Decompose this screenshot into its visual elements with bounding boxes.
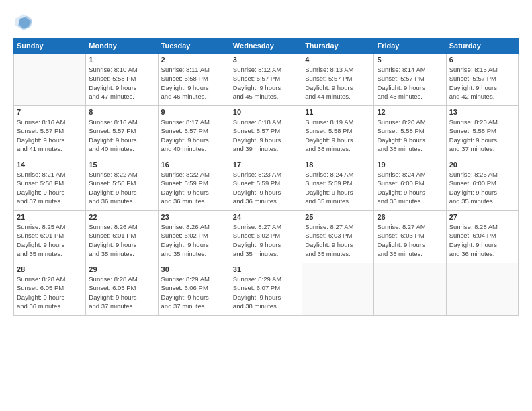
calendar-cell: 11Sunrise: 8:19 AMSunset: 5:58 PMDayligh… [302,106,374,158]
calendar-week-2: 7Sunrise: 8:16 AMSunset: 5:57 PMDaylight… [14,106,519,158]
cell-info: Sunrise: 8:29 AMSunset: 6:07 PMDaylight:… [233,275,299,310]
cell-info: Sunrise: 8:28 AMSunset: 6:05 PMDaylight:… [17,275,83,310]
cell-info: Sunrise: 8:13 AMSunset: 5:57 PMDaylight:… [305,65,371,101]
cell-date: 17 [233,161,299,169]
cell-info: Sunrise: 8:25 AMSunset: 6:01 PMDaylight:… [17,222,83,258]
cell-info: Sunrise: 8:19 AMSunset: 5:58 PMDaylight:… [305,118,371,153]
cell-info: Sunrise: 8:27 AMSunset: 6:03 PMDaylight:… [377,222,443,258]
calendar-cell: 9Sunrise: 8:17 AMSunset: 5:57 PMDaylight… [158,106,230,158]
cell-date: 15 [89,161,154,169]
cell-info: Sunrise: 8:21 AMSunset: 5:58 PMDaylight:… [17,170,83,205]
calendar-cell: 28Sunrise: 8:28 AMSunset: 6:05 PMDayligh… [14,263,86,316]
calendar-cell: 17Sunrise: 8:23 AMSunset: 5:59 PMDayligh… [230,158,302,211]
cell-date: 18 [305,161,371,169]
cell-date: 12 [377,108,443,116]
calendar-cell: 6Sunrise: 8:15 AMSunset: 5:57 PMDaylight… [446,54,518,106]
cell-date: 27 [449,213,515,221]
cell-info: Sunrise: 8:24 AMSunset: 5:59 PMDaylight:… [305,170,371,205]
cell-info: Sunrise: 8:28 AMSunset: 6:04 PMDaylight:… [449,222,515,258]
cell-date: 29 [89,265,154,273]
cell-info: Sunrise: 8:26 AMSunset: 6:02 PMDaylight:… [161,222,227,258]
calendar-cell: 19Sunrise: 8:24 AMSunset: 6:00 PMDayligh… [374,158,446,211]
calendar-cell: 1Sunrise: 8:10 AMSunset: 5:58 PMDaylight… [86,54,158,106]
cell-date: 20 [449,161,515,169]
cell-info: Sunrise: 8:16 AMSunset: 5:57 PMDaylight:… [17,118,83,153]
cell-info: Sunrise: 8:16 AMSunset: 5:57 PMDaylight:… [89,118,154,153]
calendar-cell: 30Sunrise: 8:29 AMSunset: 6:06 PMDayligh… [158,263,230,316]
day-header-wednesday: Wednesday [230,38,302,54]
day-header-thursday: Thursday [302,38,374,54]
cell-info: Sunrise: 8:11 AMSunset: 5:58 PMDaylight:… [161,65,227,101]
cell-date: 19 [377,161,443,169]
calendar-cell: 24Sunrise: 8:27 AMSunset: 6:02 PMDayligh… [230,211,302,263]
cell-date: 26 [377,213,443,221]
cell-info: Sunrise: 8:26 AMSunset: 6:01 PMDaylight:… [89,222,154,258]
calendar-week-3: 14Sunrise: 8:21 AMSunset: 5:58 PMDayligh… [14,158,519,211]
calendar-cell: 26Sunrise: 8:27 AMSunset: 6:03 PMDayligh… [374,211,446,263]
cell-date: 10 [233,108,299,116]
cell-date: 25 [305,213,371,221]
cell-date: 23 [161,213,227,221]
calendar-table: SundayMondayTuesdayWednesdayThursdayFrid… [13,38,519,316]
calendar-cell: 16Sunrise: 8:22 AMSunset: 5:59 PMDayligh… [158,158,230,211]
cell-date: 31 [233,265,299,273]
calendar-cell: 5Sunrise: 8:14 AMSunset: 5:57 PMDaylight… [374,54,446,106]
calendar-cell: 13Sunrise: 8:20 AMSunset: 5:58 PMDayligh… [446,106,518,158]
cell-info: Sunrise: 8:17 AMSunset: 5:57 PMDaylight:… [161,118,227,153]
cell-date: 7 [17,108,83,116]
calendar-week-1: 1Sunrise: 8:10 AMSunset: 5:58 PMDaylight… [14,54,519,106]
calendar-cell [446,263,518,316]
calendar-cell: 14Sunrise: 8:21 AMSunset: 5:58 PMDayligh… [14,158,86,211]
calendar-cell: 22Sunrise: 8:26 AMSunset: 6:01 PMDayligh… [86,211,158,263]
cell-info: Sunrise: 8:24 AMSunset: 6:00 PMDaylight:… [377,170,443,205]
cell-date: 21 [17,213,83,221]
cell-date: 8 [89,108,154,116]
cell-info: Sunrise: 8:20 AMSunset: 5:58 PMDaylight:… [449,118,515,153]
cell-date: 16 [161,161,227,169]
cell-info: Sunrise: 8:22 AMSunset: 5:59 PMDaylight:… [161,170,227,205]
cell-info: Sunrise: 8:10 AMSunset: 5:58 PMDaylight:… [89,65,154,101]
cell-info: Sunrise: 8:12 AMSunset: 5:57 PMDaylight:… [233,65,299,101]
calendar-cell: 18Sunrise: 8:24 AMSunset: 5:59 PMDayligh… [302,158,374,211]
cell-date: 3 [233,56,299,64]
logo-icon [13,12,34,32]
cell-date: 28 [17,265,83,273]
cell-info: Sunrise: 8:22 AMSunset: 5:58 PMDaylight:… [89,170,154,205]
cell-date: 4 [305,56,371,64]
day-header-tuesday: Tuesday [158,38,230,54]
day-header-saturday: Saturday [446,38,518,54]
calendar-cell [14,54,86,106]
cell-info: Sunrise: 8:20 AMSunset: 5:58 PMDaylight:… [377,118,443,153]
calendar-header-row: SundayMondayTuesdayWednesdayThursdayFrid… [14,38,519,54]
page: SundayMondayTuesdayWednesdayThursdayFrid… [0,0,532,411]
cell-info: Sunrise: 8:25 AMSunset: 6:00 PMDaylight:… [449,170,515,205]
calendar-cell: 23Sunrise: 8:26 AMSunset: 6:02 PMDayligh… [158,211,230,263]
day-header-sunday: Sunday [14,38,86,54]
calendar-cell: 4Sunrise: 8:13 AMSunset: 5:57 PMDaylight… [302,54,374,106]
calendar-cell: 7Sunrise: 8:16 AMSunset: 5:57 PMDaylight… [14,106,86,158]
cell-date: 30 [161,265,227,273]
calendar-cell: 10Sunrise: 8:18 AMSunset: 5:57 PMDayligh… [230,106,302,158]
cell-info: Sunrise: 8:14 AMSunset: 5:57 PMDaylight:… [377,65,443,101]
cell-date: 5 [377,56,443,64]
calendar-cell: 15Sunrise: 8:22 AMSunset: 5:58 PMDayligh… [86,158,158,211]
cell-date: 24 [233,213,299,221]
header [13,12,519,32]
calendar-cell: 3Sunrise: 8:12 AMSunset: 5:57 PMDaylight… [230,54,302,106]
cell-date: 2 [161,56,227,64]
calendar-cell: 21Sunrise: 8:25 AMSunset: 6:01 PMDayligh… [14,211,86,263]
cell-date: 9 [161,108,227,116]
cell-info: Sunrise: 8:23 AMSunset: 5:59 PMDaylight:… [233,170,299,205]
calendar-cell: 31Sunrise: 8:29 AMSunset: 6:07 PMDayligh… [230,263,302,316]
calendar-cell: 29Sunrise: 8:28 AMSunset: 6:05 PMDayligh… [86,263,158,316]
day-header-monday: Monday [86,38,158,54]
cell-date: 13 [449,108,515,116]
logo [13,12,36,32]
calendar-cell [374,263,446,316]
cell-date: 6 [449,56,515,64]
calendar-cell: 12Sunrise: 8:20 AMSunset: 5:58 PMDayligh… [374,106,446,158]
cell-info: Sunrise: 8:28 AMSunset: 6:05 PMDaylight:… [89,275,154,310]
cell-info: Sunrise: 8:27 AMSunset: 6:02 PMDaylight:… [233,222,299,258]
cell-info: Sunrise: 8:29 AMSunset: 6:06 PMDaylight:… [161,275,227,310]
cell-date: 1 [89,56,154,64]
